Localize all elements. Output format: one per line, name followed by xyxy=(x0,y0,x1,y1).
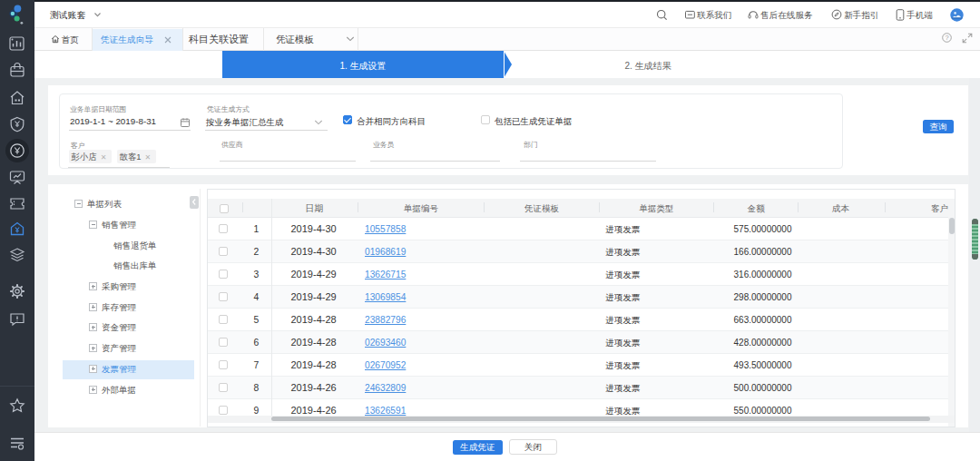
svg-text:?: ? xyxy=(945,34,948,42)
